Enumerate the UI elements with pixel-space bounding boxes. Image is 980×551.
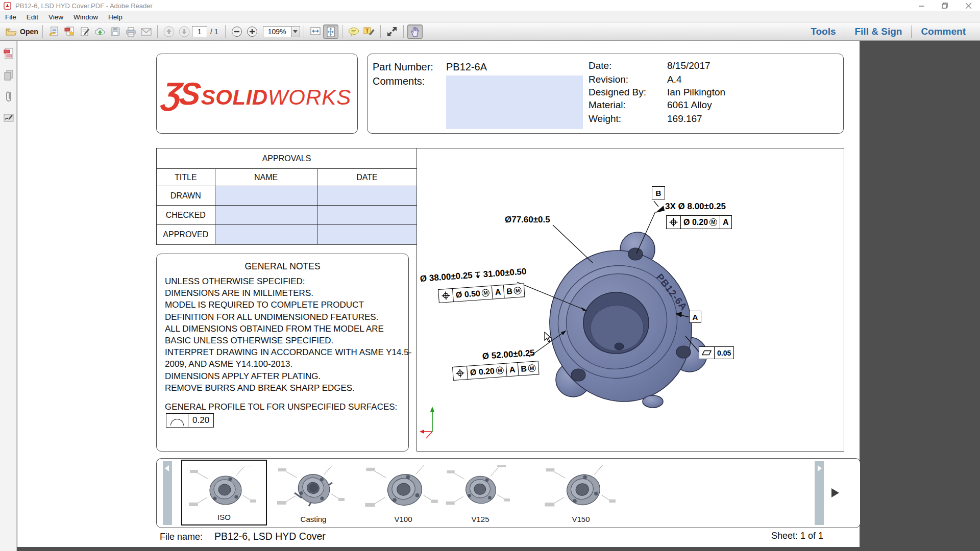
flatness-symbol-cell: [699, 347, 714, 359]
menu-view[interactable]: View: [43, 12, 68, 22]
sticky-note-button[interactable]: [346, 24, 361, 39]
title-bar: PB12-6, LSD HYD Cover.PDF - Adobe Reader: [0, 0, 980, 11]
profile-tolerance-label: GENERAL PROFILE TOL FOR UNSPECIFIED SURF…: [165, 402, 397, 412]
page-number-input[interactable]: 1: [192, 26, 207, 37]
flatness-tolerance-value: 0.05: [714, 347, 733, 359]
print-button[interactable]: [123, 24, 138, 39]
checked-name-field[interactable]: [215, 206, 317, 225]
fcf-flatness: 0.05: [699, 346, 734, 359]
row-approved-label: APPROVED: [157, 225, 215, 244]
profile-tolerance-value: 0.20: [188, 414, 213, 427]
thumbnail-casting[interactable]: Casting: [275, 460, 352, 527]
restore-button[interactable]: [933, 0, 957, 11]
zoom-level-input[interactable]: 109%: [263, 26, 291, 37]
comment-link[interactable]: Comment: [912, 26, 975, 37]
menu-window[interactable]: Window: [68, 12, 103, 22]
mmc-modifier-icon: M: [481, 289, 489, 297]
checked-date-field[interactable]: [317, 206, 416, 225]
menu-edit[interactable]: Edit: [21, 12, 43, 22]
menu-help[interactable]: Help: [103, 12, 128, 22]
surface-profile-symbol-icon: [170, 419, 184, 425]
open-folder-icon: [6, 28, 17, 36]
note-line: MODEL IS REQUIRED TO COMPLETE PRODUCT: [165, 299, 411, 311]
thumbnails-scroll-left[interactable]: [163, 461, 172, 525]
mmc-modifier-icon: M: [496, 366, 504, 374]
menu-file[interactable]: File: [0, 12, 21, 22]
row-drawn-label: DRAWN: [157, 186, 215, 206]
general-notes-title: GENERAL NOTES: [157, 261, 408, 272]
paperclip-icon: [4, 90, 13, 103]
row-checked-label: CHECKED: [157, 206, 215, 225]
date-label: Date:: [589, 60, 611, 71]
tools-link[interactable]: Tools: [801, 26, 845, 37]
pdf-page: ƷS SOLID WORKS Part Number: PB12-6A Comm…: [17, 41, 860, 547]
revision-value: A.4: [667, 74, 682, 85]
thumbnail-iso-image: [186, 466, 262, 517]
signatures-panel-button[interactable]: [0, 109, 17, 127]
close-button[interactable]: [957, 0, 980, 11]
pages-panel-button[interactable]: [0, 66, 17, 84]
fcf-datum-ref: A: [492, 285, 504, 299]
create-pdf-button[interactable]: [62, 24, 77, 39]
zoom-out-button[interactable]: [229, 24, 244, 39]
email-button[interactable]: [138, 24, 154, 39]
minimize-button[interactable]: [910, 0, 933, 11]
thumbnail-casting-image: [275, 465, 352, 516]
approved-date-field[interactable]: [317, 225, 416, 244]
position-symbol-icon: [455, 368, 464, 378]
approved-name-field[interactable]: [215, 225, 317, 244]
col-title: TITLE: [157, 169, 215, 186]
fit-page-button[interactable]: [323, 24, 338, 39]
open-label: Open: [20, 28, 38, 36]
fcf-datum-ref: A: [720, 216, 731, 229]
sign-pen-icon: [80, 27, 90, 37]
flatness-symbol-icon: [702, 350, 712, 356]
adobe-reader-app-icon: [4, 2, 11, 10]
datum-b-box: B: [652, 186, 665, 199]
pages-icon: [4, 69, 14, 81]
send-file-button[interactable]: [46, 24, 62, 39]
mmc-modifier-icon: M: [709, 218, 717, 226]
drawn-date-field[interactable]: [317, 186, 416, 206]
thumbnail-label: V125: [471, 515, 489, 523]
zoom-in-button[interactable]: [244, 24, 260, 39]
zoom-in-icon: [247, 26, 258, 37]
thumbnail-v125[interactable]: V125: [442, 460, 519, 527]
highlight-text-button[interactable]: T: [361, 24, 377, 39]
open-button[interactable]: Open: [5, 24, 39, 39]
thumbnail-v150[interactable]: V150: [543, 460, 619, 527]
previous-page-button[interactable]: [161, 24, 177, 39]
note-line: ALL DIMENSIONS OBTAINED FROM THE MODEL A…: [165, 323, 411, 335]
save-button[interactable]: [108, 24, 123, 39]
hand-tool-button[interactable]: [407, 24, 423, 39]
thumbnail-v100-image: [365, 465, 442, 516]
thumbnail-v100[interactable]: V100: [365, 460, 442, 527]
revision-label: Revision:: [589, 74, 628, 85]
general-notes-block: GENERAL NOTES UNLESS OTHERWISE SPECIFIED…: [156, 254, 409, 452]
attachments-panel-button[interactable]: [0, 88, 17, 105]
drawn-name-field[interactable]: [215, 186, 317, 206]
next-page-button[interactable]: [177, 24, 192, 39]
configuration-thumbnail-strip: ISO Casting V100: [156, 458, 861, 528]
fullscreen-button[interactable]: [384, 24, 400, 39]
file-name-label: File name:: [160, 532, 203, 542]
dim-outer-diameter: Ø77.60±0.5: [505, 215, 550, 225]
next-configuration-button[interactable]: [831, 488, 839, 497]
fit-width-button[interactable]: [308, 24, 323, 39]
page-thumbnails-button[interactable]: [0, 45, 17, 62]
menu-bar: File Edit View Window Help: [0, 11, 980, 23]
comments-field[interactable]: [446, 76, 583, 129]
zoom-dropdown-button[interactable]: [291, 26, 300, 37]
profile-tolerance-frame: 0.20: [166, 413, 214, 428]
create-pdf-icon: [64, 27, 75, 37]
sign-document-button[interactable]: [77, 24, 92, 39]
upload-cloud-button[interactable]: [92, 24, 108, 39]
thumbnail-iso[interactable]: ISO: [181, 460, 267, 525]
fill-sign-link[interactable]: Fill & Sign: [845, 26, 911, 37]
minimize-icon: [919, 3, 924, 9]
note-line: REMOVE BURRS AND BREAK SHARP EDGES.: [165, 382, 411, 394]
export-pdf-icon: [4, 48, 14, 59]
save-floppy-icon: [111, 27, 120, 36]
thumbnails-scroll-right[interactable]: [815, 461, 824, 525]
chevron-down-icon: [293, 30, 298, 33]
